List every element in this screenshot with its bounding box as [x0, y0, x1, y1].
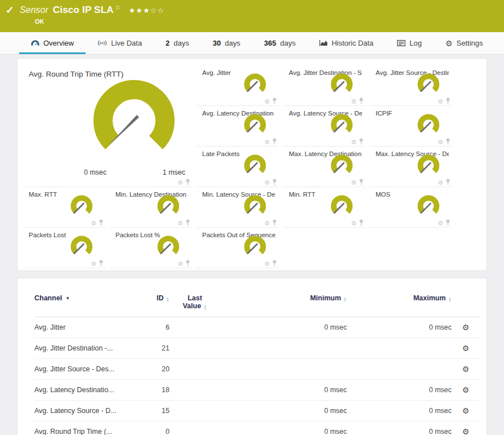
gauge-cell[interactable]: MOS ⚙	[370, 187, 452, 228]
pin-icon[interactable]	[359, 97, 364, 104]
big-gauge-title: Avg. Round Trip Time (RTT)	[29, 70, 189, 78]
cell-channel[interactable]: Avg. Round Trip Time (...	[34, 421, 136, 435]
gear-icon[interactable]: ⚙	[177, 261, 183, 267]
cell-last-value	[170, 421, 220, 435]
gear-icon[interactable]: ⚙	[351, 99, 356, 104]
gear-icon[interactable]: ⚙	[438, 99, 443, 104]
tab-30-days[interactable]: 30days	[201, 32, 252, 54]
channel-settings-icon[interactable]: ⚙	[462, 344, 470, 353]
gauge-chart	[240, 72, 269, 99]
channel-settings-icon[interactable]: ⚙	[462, 365, 470, 374]
column-header-maximum[interactable]: Maximum▲▼	[347, 292, 452, 317]
pin-icon[interactable]	[185, 260, 190, 267]
pin-icon[interactable]	[445, 219, 451, 226]
pin-icon[interactable]	[272, 179, 277, 185]
pin-icon[interactable]	[359, 138, 364, 145]
gauge-cell[interactable]: Min. RTT ⚙	[283, 187, 365, 228]
gauge-cell[interactable]: ICPIF ⚙	[370, 106, 452, 147]
gauge-cell[interactable]: Late Packets ⚙	[197, 147, 279, 187]
gear-icon[interactable]: ⚙	[264, 180, 270, 185]
pin-icon[interactable]	[445, 179, 451, 185]
gauge-chart	[327, 72, 356, 99]
gear-icon[interactable]: ⚙	[264, 220, 270, 226]
gear-icon[interactable]: ⚙	[351, 180, 356, 185]
channel-settings-icon[interactable]: ⚙	[462, 427, 470, 435]
gauge-cell[interactable]: Avg. Jitter Source - Destination ⚙	[370, 65, 452, 106]
star-empty-icon[interactable]: ☆	[150, 6, 158, 15]
cell-minimum: 0 msec	[220, 380, 347, 401]
gauge-cell[interactable]: Packets Out of Sequence ⚙	[197, 228, 279, 268]
gauge-cell[interactable]: Packets Lost ⚙	[23, 228, 105, 268]
gauge-cell[interactable]: Min. Latency Source - Destina... ⚙	[197, 187, 279, 228]
tab-overview[interactable]: Overview	[19, 32, 86, 54]
gear-icon[interactable]: ⚙	[177, 180, 183, 185]
cell-channel[interactable]: Avg. Jitter	[34, 317, 136, 338]
gauge-cell[interactable]: Avg. Jitter ⚙	[197, 65, 279, 106]
star-filled-icon[interactable]: ★	[129, 6, 136, 15]
pin-icon[interactable]	[272, 260, 277, 267]
gauge-cell[interactable]: Max. RTT ⚙	[23, 187, 105, 228]
gauge-chart	[66, 234, 96, 261]
big-gauge-cell[interactable]: Avg. Round Trip Time (RTT) 0 msec 1 msec…	[23, 65, 192, 187]
cell-channel[interactable]: Avg. Jitter Destination -...	[34, 338, 136, 359]
table-row: Avg. Jitter Destination -... 21 ⚙	[34, 338, 480, 359]
pin-icon[interactable]	[99, 219, 104, 226]
star-filled-icon[interactable]: ★	[136, 6, 143, 15]
pin-icon[interactable]	[272, 138, 277, 145]
tab-settings[interactable]: ⚙Settings	[434, 32, 495, 54]
gear-icon[interactable]: ⚙	[438, 139, 443, 145]
tab-365-days[interactable]: 365days	[252, 32, 307, 54]
gauge-cell[interactable]: Max. Latency Source - Destin... ⚙	[370, 147, 452, 187]
gauge-cell[interactable]: Avg. Latency Destination - So... ⚙	[197, 106, 279, 147]
gauge-cell[interactable]: Avg. Jitter Destination - Source ⚙	[283, 65, 365, 106]
gear-icon[interactable]: ⚙	[438, 220, 443, 226]
cell-channel[interactable]: Avg. Latency Destinatio...	[34, 380, 136, 401]
pin-icon[interactable]	[185, 219, 190, 226]
gear-icon[interactable]: ⚙	[264, 139, 270, 145]
pin-icon[interactable]	[445, 138, 451, 145]
gear-icon[interactable]: ⚙	[351, 220, 356, 226]
channel-settings-icon[interactable]: ⚙	[462, 406, 470, 415]
pin-icon[interactable]	[359, 219, 364, 226]
cell-maximum	[347, 338, 452, 359]
pin-icon[interactable]	[445, 97, 451, 104]
column-header-minimum[interactable]: Minimum▲▼	[220, 292, 347, 317]
gauge-cell[interactable]: Avg. Latency Source - Destin... ⚙	[283, 106, 365, 147]
cell-channel[interactable]: Avg. Latency Source - D...	[34, 401, 136, 421]
tab-log[interactable]: Log	[385, 32, 434, 54]
table-row: Avg. Latency Source - D... 15 0 msec 0 m…	[34, 401, 480, 421]
sort-arrows-icon: ▲▼	[166, 296, 170, 302]
priority-stars[interactable]: ★★★☆☆	[129, 6, 164, 15]
gear-icon[interactable]: ⚙	[264, 261, 270, 267]
gauge-cell[interactable]: Min. Latency Destination - So... ⚙	[110, 187, 192, 228]
gear-icon[interactable]: ⚙	[264, 99, 270, 104]
channel-settings-icon[interactable]: ⚙	[462, 323, 470, 332]
gauge-cell[interactable]: Max. Latency Destination - So... ⚙	[283, 147, 365, 187]
tab-label: Settings	[457, 39, 483, 47]
tab-2-days[interactable]: 2days	[154, 32, 201, 54]
pin-icon[interactable]	[185, 179, 190, 185]
area-chart-icon	[319, 40, 328, 46]
pin-icon[interactable]	[99, 260, 104, 267]
pin-icon[interactable]	[359, 179, 364, 185]
tab-live-data[interactable]: Live Data	[86, 32, 154, 54]
pin-icon[interactable]	[272, 97, 277, 104]
channel-settings-icon[interactable]: ⚙	[462, 385, 470, 394]
channel-table: Channel▼ ID▲▼ Last Value▲▼ Minimum▲▼ Max…	[34, 292, 480, 435]
tab-number: 2	[166, 39, 170, 47]
pin-icon[interactable]	[272, 219, 277, 226]
gear-icon[interactable]: ⚙	[177, 220, 183, 226]
star-filled-icon[interactable]: ★	[143, 6, 150, 15]
gear-icon[interactable]: ⚙	[91, 261, 96, 267]
column-header-id[interactable]: ID▲▼	[136, 292, 170, 317]
flag-icon[interactable]: ⚐	[115, 5, 121, 12]
column-header-channel[interactable]: Channel▼	[34, 292, 136, 317]
gear-icon[interactable]: ⚙	[438, 180, 443, 185]
cell-channel[interactable]: Avg. Jitter Source - Des...	[34, 359, 136, 380]
gear-icon[interactable]: ⚙	[91, 220, 96, 226]
gear-icon[interactable]: ⚙	[351, 139, 356, 145]
star-empty-icon[interactable]: ☆	[157, 6, 164, 15]
tab-historic-data[interactable]: Historic Data	[307, 32, 385, 54]
gauge-cell[interactable]: Packets Lost % ⚙	[110, 228, 192, 268]
column-header-last-value[interactable]: Last Value▲▼	[170, 292, 220, 317]
